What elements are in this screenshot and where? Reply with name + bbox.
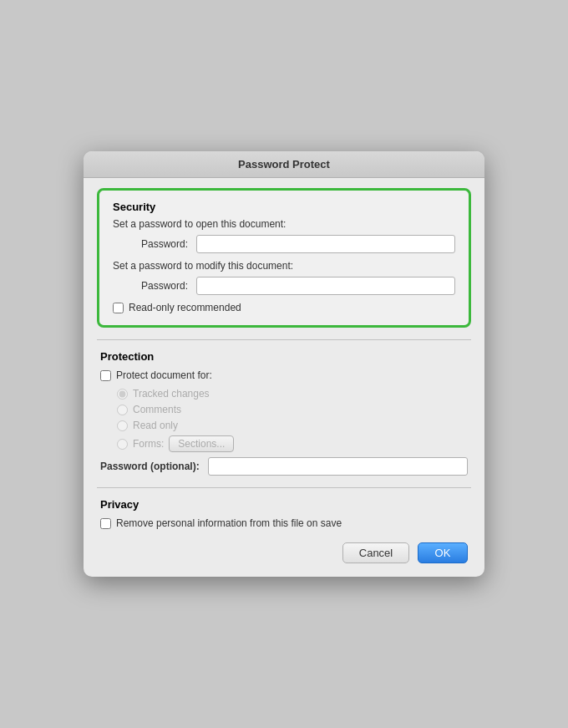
security-title: Security (113, 201, 455, 213)
optional-password-row: Password (optional): (100, 457, 468, 476)
forms-radio[interactable] (117, 439, 128, 450)
protection-radio-group: Tracked changes Comments Read only Forms… (117, 388, 468, 452)
forms-label[interactable]: Forms: (133, 438, 164, 450)
open-password-input[interactable] (196, 235, 455, 253)
comments-row: Comments (117, 404, 468, 415)
security-section: Security Set a password to open this doc… (97, 188, 471, 328)
password-protect-dialog: Password Protect Security Set a password… (84, 151, 484, 577)
open-password-label: Password: (113, 238, 188, 250)
privacy-section: Privacy Remove personal information from… (97, 498, 471, 529)
dialog-body: Security Set a password to open this doc… (84, 178, 484, 577)
forms-row: Forms: Sections... (117, 435, 468, 452)
protection-title: Protection (100, 350, 468, 363)
tracked-changes-row: Tracked changes (117, 388, 468, 400)
modify-doc-description: Set a password to modify this document: (113, 260, 455, 272)
remove-info-label[interactable]: Remove personal information from this fi… (116, 517, 342, 529)
protect-doc-label[interactable]: Protect document for: (116, 369, 212, 381)
ok-button[interactable]: OK (418, 542, 468, 563)
divider-2 (97, 487, 471, 488)
tracked-changes-radio[interactable] (117, 389, 128, 400)
read-only-radio[interactable] (117, 420, 128, 431)
readonly-row: Read-only recommended (113, 302, 455, 313)
remove-info-checkbox[interactable] (100, 518, 111, 529)
comments-radio[interactable] (117, 405, 128, 415)
divider-1 (97, 339, 471, 340)
cancel-button[interactable]: Cancel (342, 542, 409, 563)
read-only-row: Read only (117, 420, 468, 431)
comments-label[interactable]: Comments (133, 404, 181, 415)
title-bar: Password Protect (84, 151, 484, 178)
dialog-title: Password Protect (238, 158, 330, 171)
readonly-label[interactable]: Read-only recommended (129, 302, 241, 313)
button-row: Cancel OK (97, 542, 471, 563)
optional-password-input[interactable] (208, 457, 468, 476)
privacy-checkbox-row: Remove personal information from this fi… (100, 517, 468, 529)
modify-password-label: Password: (113, 280, 188, 292)
open-password-row: Password: (113, 235, 455, 253)
privacy-title: Privacy (100, 498, 468, 511)
tracked-changes-label[interactable]: Tracked changes (133, 388, 210, 400)
protect-doc-checkbox[interactable] (100, 370, 111, 381)
protect-doc-row: Protect document for: (100, 369, 468, 381)
readonly-checkbox[interactable] (113, 303, 124, 313)
open-doc-description: Set a password to open this document: (113, 218, 455, 230)
optional-password-label: Password (optional): (100, 461, 200, 472)
modify-password-input[interactable] (196, 277, 455, 295)
protection-section: Protection Protect document for: Tracked… (97, 350, 471, 476)
modify-password-row: Password: (113, 277, 455, 295)
read-only-label[interactable]: Read only (133, 420, 178, 431)
sections-button[interactable]: Sections... (169, 435, 234, 452)
